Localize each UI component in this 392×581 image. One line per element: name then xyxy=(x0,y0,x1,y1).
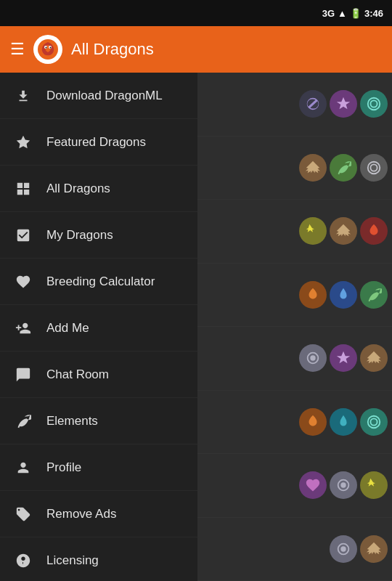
dragon-icon[interactable] xyxy=(330,90,357,118)
svg-point-6 xyxy=(310,356,315,361)
tag-icon xyxy=(13,504,33,524)
app-logo xyxy=(33,35,62,64)
signal-indicator: 3G xyxy=(322,8,335,19)
battery-icon: 🔋 xyxy=(350,8,362,19)
app-header: ☰ All Dragons xyxy=(0,26,392,73)
status-icons: 3G ▲ 🔋 3:46 xyxy=(322,8,383,19)
dragon-icon[interactable] xyxy=(330,408,357,436)
dragon-row-1 xyxy=(197,73,392,137)
dragon-row-6 xyxy=(197,391,392,455)
sidebar-label-elements: Elements xyxy=(46,414,98,428)
copyright-icon xyxy=(13,550,33,571)
sidebar-label-my-dragons: My Dragons xyxy=(46,228,113,243)
person-icon xyxy=(13,458,33,478)
svg-point-4 xyxy=(50,47,52,49)
dragon-icon[interactable] xyxy=(360,408,388,436)
heart-icon xyxy=(13,272,33,292)
dragon-icon[interactable] xyxy=(330,535,357,563)
dragon-icon[interactable] xyxy=(360,281,388,309)
dragon-icon[interactable] xyxy=(330,154,357,182)
sidebar-label-featured-dragons: Featured Dragons xyxy=(46,135,146,150)
sidebar-item-download-dragonml[interactable]: Download DragonML xyxy=(0,73,197,119)
sidebar-item-add-me[interactable]: Add Me xyxy=(0,305,197,352)
dragon-icon[interactable] xyxy=(299,471,327,499)
sidebar-item-breeding-calculator[interactable]: Breeding Calculator xyxy=(0,259,197,305)
svg-point-3 xyxy=(46,47,47,49)
leaf-icon xyxy=(13,411,33,431)
dragon-icon[interactable] xyxy=(330,217,357,245)
star-icon xyxy=(13,132,33,153)
sidebar-label-remove-ads: Remove Ads xyxy=(46,507,116,521)
sidebar-label-download-dragonml: Download DragonML xyxy=(46,89,163,103)
dragon-icon[interactable] xyxy=(360,217,388,245)
chat-icon xyxy=(13,365,33,385)
dragon-icon[interactable] xyxy=(299,154,327,182)
sidebar-label-chat-room: Chat Room xyxy=(46,367,109,382)
dragon-icon[interactable] xyxy=(299,90,327,118)
sidebar-item-remove-ads[interactable]: Remove Ads xyxy=(0,491,197,537)
sidebar-item-profile[interactable]: Profile xyxy=(0,444,197,491)
dragon-icon[interactable] xyxy=(360,471,388,499)
grid-icon xyxy=(13,179,33,199)
check-square-icon xyxy=(13,225,33,245)
svg-point-8 xyxy=(340,483,346,488)
hamburger-menu[interactable]: ☰ xyxy=(10,40,25,59)
dragon-row-7 xyxy=(197,454,392,518)
sidebar-label-all-dragons: All Dragons xyxy=(46,182,110,196)
dragon-icon[interactable] xyxy=(299,281,327,309)
dragon-icon[interactable] xyxy=(330,471,357,499)
dragon-icon[interactable] xyxy=(360,154,388,182)
download-icon xyxy=(13,86,33,106)
dragon-row-5 xyxy=(197,327,392,391)
dragon-row-4 xyxy=(197,264,392,328)
main-content: Download DragonML Featured Dragons All D… xyxy=(0,73,392,581)
clock: 3:46 xyxy=(364,8,383,19)
sidebar-label-licensing: Licensing xyxy=(46,553,99,568)
header-title: All Dragons xyxy=(71,40,154,59)
dragon-icon[interactable] xyxy=(299,408,327,436)
dragon-row-8 xyxy=(197,518,392,582)
sidebar-label-breeding-calculator: Breeding Calculator xyxy=(46,275,155,289)
signal-bars: ▲ xyxy=(338,8,347,19)
sidebar-item-elements[interactable]: Elements xyxy=(0,398,197,444)
sidebar-item-all-dragons[interactable]: All Dragons xyxy=(0,166,197,212)
sidebar-item-licensing[interactable]: Licensing xyxy=(0,537,197,581)
sidebar: Download DragonML Featured Dragons All D… xyxy=(0,73,197,581)
dragon-icon[interactable] xyxy=(299,217,327,245)
dragon-icon[interactable] xyxy=(360,344,388,372)
sidebar-label-add-me: Add Me xyxy=(46,321,89,336)
dragon-icon[interactable] xyxy=(330,344,357,372)
dragon-logo-icon xyxy=(36,38,60,61)
dragon-icon[interactable] xyxy=(360,90,388,118)
dragon-grid-panel xyxy=(197,73,392,581)
sidebar-item-chat-room[interactable]: Chat Room xyxy=(0,352,197,398)
svg-point-10 xyxy=(340,546,346,551)
sidebar-label-profile: Profile xyxy=(46,460,81,475)
sidebar-item-featured-dragons[interactable]: Featured Dragons xyxy=(0,119,197,166)
dragon-icon[interactable] xyxy=(330,281,357,309)
person-add-icon xyxy=(13,318,33,338)
status-bar: 3G ▲ 🔋 3:46 xyxy=(0,0,392,26)
sidebar-item-my-dragons[interactable]: My Dragons xyxy=(0,212,197,259)
dragon-icon[interactable] xyxy=(299,344,327,372)
dragon-row-3 xyxy=(197,200,392,264)
dragon-row-2 xyxy=(197,137,392,200)
dragon-icon[interactable] xyxy=(360,535,388,563)
